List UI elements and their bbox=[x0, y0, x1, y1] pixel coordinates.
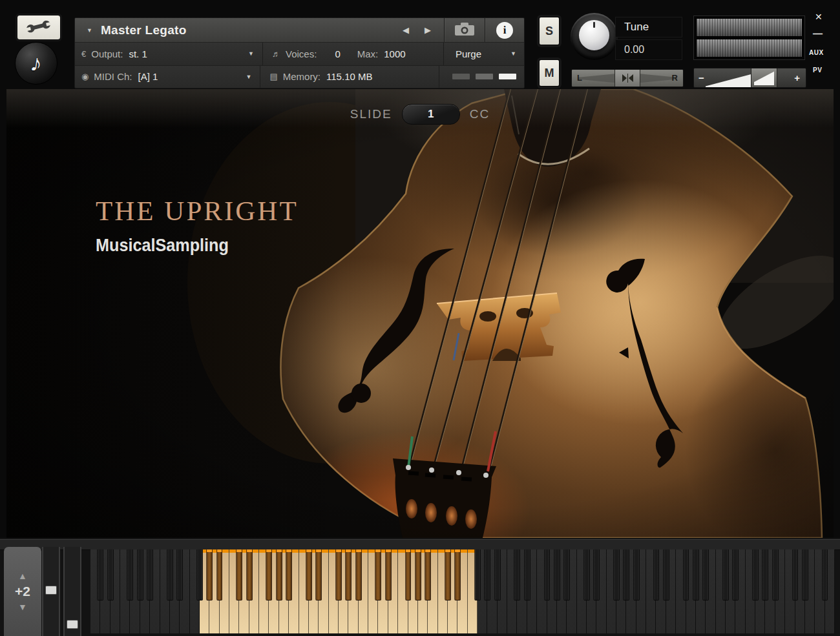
black-key[interactable] bbox=[276, 549, 282, 600]
black-key[interactable] bbox=[693, 549, 699, 600]
tune-knob[interactable] bbox=[571, 13, 618, 60]
camera-icon bbox=[454, 22, 475, 38]
black-key[interactable] bbox=[485, 549, 491, 600]
black-key[interactable] bbox=[474, 549, 481, 600]
octave-shift-value: +2 bbox=[15, 584, 30, 599]
aux-button[interactable]: AUX bbox=[809, 49, 824, 56]
pan-handle[interactable] bbox=[614, 70, 640, 87]
chevron-down-icon: ▼ bbox=[248, 50, 254, 57]
voices-value: 0 bbox=[335, 48, 340, 59]
level-meters bbox=[693, 15, 805, 60]
black-key[interactable] bbox=[137, 549, 143, 600]
solo-button[interactable]: S bbox=[539, 17, 560, 45]
midi-label: MIDI Ch: bbox=[94, 71, 132, 82]
black-key[interactable] bbox=[206, 549, 213, 600]
memory-value: 115.10 MB bbox=[326, 71, 372, 82]
pan-slider[interactable]: L R bbox=[571, 69, 684, 87]
black-key[interactable] bbox=[127, 549, 134, 600]
black-key[interactable] bbox=[355, 549, 362, 600]
memory-chip-icon: ▤ bbox=[269, 72, 277, 81]
black-key[interactable] bbox=[702, 549, 709, 600]
info-button[interactable]: i bbox=[485, 18, 524, 42]
black-key[interactable] bbox=[196, 549, 203, 600]
black-key[interactable] bbox=[345, 549, 352, 600]
patch-title[interactable]: Master Legato bbox=[101, 23, 187, 37]
volume-handle[interactable] bbox=[751, 68, 777, 87]
pitch-wheel-handle[interactable] bbox=[45, 586, 57, 595]
level-meter-right bbox=[696, 39, 803, 57]
voices-readout: ♬ Voices: 0 Max: 1000 bbox=[262, 43, 443, 65]
volume-plus[interactable]: + bbox=[794, 72, 800, 83]
black-key[interactable] bbox=[683, 549, 689, 600]
black-key[interactable] bbox=[97, 549, 103, 600]
octave-down-icon[interactable]: ▼ bbox=[18, 602, 27, 611]
black-key[interactable] bbox=[454, 549, 461, 600]
black-key[interactable] bbox=[752, 549, 759, 600]
tune-knob-face bbox=[579, 20, 609, 50]
octave-up-icon[interactable]: ▲ bbox=[18, 571, 27, 580]
snapshot-camera-button[interactable] bbox=[445, 18, 485, 42]
black-key[interactable] bbox=[107, 549, 114, 600]
volume-minus[interactable]: − bbox=[698, 72, 704, 83]
black-key[interactable] bbox=[216, 549, 223, 600]
black-key[interactable] bbox=[425, 549, 431, 600]
black-key[interactable] bbox=[147, 549, 153, 600]
black-key[interactable] bbox=[802, 549, 808, 600]
black-key[interactable] bbox=[593, 549, 600, 600]
mute-button[interactable]: M bbox=[539, 59, 560, 87]
mod-wheel-handle[interactable] bbox=[67, 620, 78, 629]
black-key[interactable] bbox=[722, 549, 729, 600]
black-key[interactable] bbox=[792, 549, 799, 600]
black-key[interactable] bbox=[762, 549, 769, 600]
midi-channel-select[interactable]: ◉ MIDI Ch: [A] 1 ▼ bbox=[75, 66, 260, 88]
black-key[interactable] bbox=[315, 549, 322, 600]
black-key[interactable] bbox=[445, 549, 451, 600]
black-key[interactable] bbox=[385, 549, 392, 600]
black-key[interactable] bbox=[306, 549, 312, 600]
purge-menu[interactable]: Purge ▼ bbox=[443, 43, 524, 65]
black-key[interactable] bbox=[405, 549, 412, 600]
pitch-wheel[interactable] bbox=[42, 547, 60, 636]
black-key[interactable] bbox=[514, 549, 521, 600]
black-key[interactable] bbox=[653, 549, 660, 600]
mod-wheel[interactable] bbox=[63, 547, 81, 636]
black-key[interactable] bbox=[266, 549, 273, 600]
black-key[interactable] bbox=[167, 549, 173, 600]
max-voices-value[interactable]: 1000 bbox=[384, 48, 405, 59]
black-key[interactable] bbox=[236, 549, 243, 600]
black-key[interactable] bbox=[624, 549, 630, 600]
black-key[interactable] bbox=[286, 549, 292, 600]
black-key[interactable] bbox=[524, 549, 530, 600]
prev-patch-icon[interactable]: ◀ bbox=[403, 25, 409, 35]
output-label: Output: bbox=[91, 48, 123, 59]
black-key[interactable] bbox=[563, 549, 570, 600]
black-key[interactable] bbox=[494, 549, 501, 600]
next-patch-icon[interactable]: ▶ bbox=[425, 25, 431, 35]
black-key[interactable] bbox=[375, 549, 382, 600]
slide-control: SLIDE 1 CC bbox=[6, 104, 834, 125]
black-key[interactable] bbox=[733, 549, 739, 600]
black-key[interactable] bbox=[633, 549, 640, 600]
close-icon[interactable]: ✕ bbox=[815, 12, 823, 22]
black-key[interactable] bbox=[663, 549, 669, 600]
black-key[interactable] bbox=[822, 549, 828, 600]
tune-value[interactable]: 0.00 bbox=[615, 39, 682, 60]
black-key[interactable] bbox=[246, 549, 253, 600]
black-key[interactable] bbox=[335, 549, 342, 600]
output-select[interactable]: € Output: st. 1 ▼ bbox=[75, 43, 262, 65]
minimize-icon[interactable]: — bbox=[813, 28, 823, 39]
slide-cc-value[interactable]: 1 bbox=[402, 104, 460, 125]
volume-slider[interactable]: − + bbox=[693, 68, 806, 88]
keyboard-keys[interactable] bbox=[90, 549, 835, 633]
black-key[interactable] bbox=[613, 549, 620, 600]
black-key[interactable] bbox=[583, 549, 590, 600]
black-key[interactable] bbox=[772, 549, 779, 600]
black-key[interactable] bbox=[176, 549, 183, 600]
pv-button[interactable]: PV bbox=[813, 67, 822, 74]
instrument-icon-button[interactable]: ♪ bbox=[15, 42, 58, 85]
black-key[interactable] bbox=[415, 549, 421, 600]
patch-menu-caret-icon[interactable]: ▼ bbox=[87, 27, 92, 34]
black-key[interactable] bbox=[544, 549, 551, 600]
black-key[interactable] bbox=[554, 549, 560, 600]
edit-wrench-button[interactable] bbox=[17, 15, 61, 40]
